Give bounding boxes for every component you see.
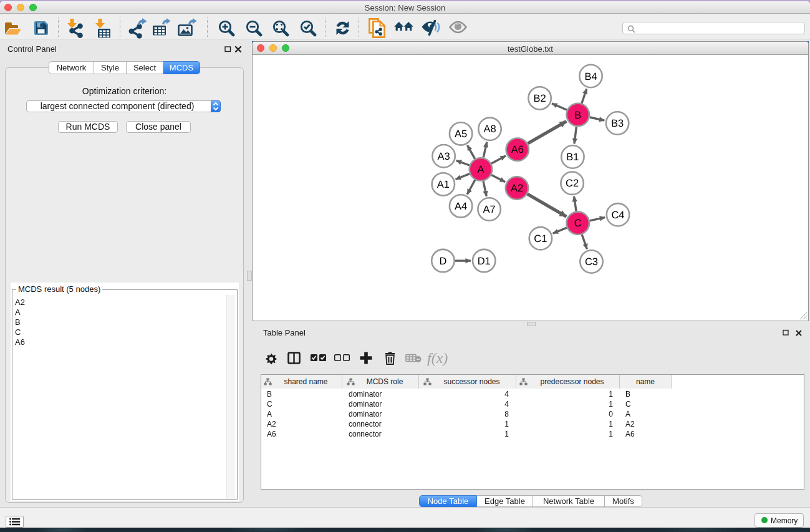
svg-text:B: B (574, 110, 581, 121)
svg-text:C1: C1 (534, 233, 547, 244)
svg-text:A8: A8 (483, 123, 496, 135)
svg-text:D: D (439, 256, 446, 267)
svg-text:A: A (477, 164, 484, 175)
svg-text:B1: B1 (566, 152, 579, 163)
svg-text:C3: C3 (585, 256, 598, 268)
svg-text:A1: A1 (437, 179, 450, 190)
svg-text:A7: A7 (483, 204, 496, 215)
svg-text:A4: A4 (455, 201, 467, 212)
svg-text:B3: B3 (611, 118, 624, 129)
svg-text:C: C (574, 218, 582, 229)
svg-text:A2: A2 (511, 183, 523, 194)
svg-text:B4: B4 (584, 71, 597, 82)
svg-text:A3: A3 (438, 151, 450, 162)
svg-text:C2: C2 (566, 178, 579, 189)
svg-text:D1: D1 (478, 256, 491, 267)
svg-text:C4: C4 (611, 210, 624, 221)
svg-text:A5: A5 (455, 128, 467, 140)
svg-text:B2: B2 (534, 93, 546, 104)
svg-text:A6: A6 (511, 144, 524, 155)
